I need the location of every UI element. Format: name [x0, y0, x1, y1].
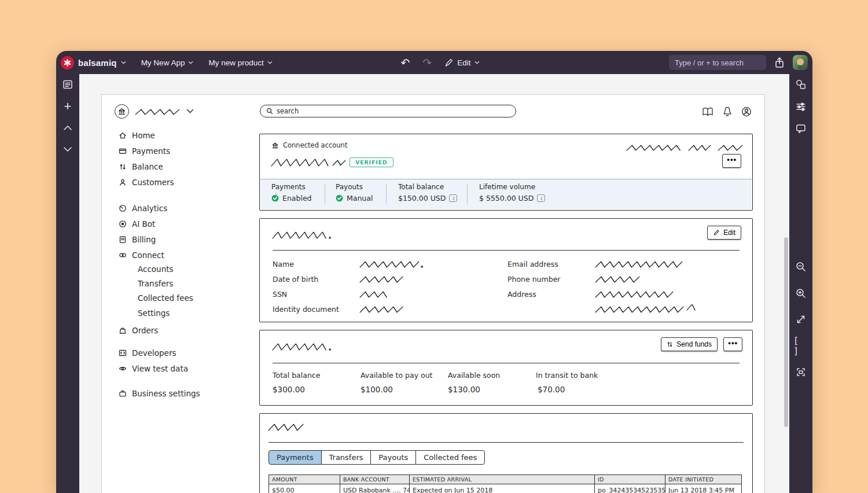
field-value-squiggle — [595, 306, 683, 313]
info-icon[interactable]: i — [537, 194, 545, 202]
field-label: Date of birth — [273, 275, 318, 284]
sidebar-item-billing[interactable]: Billing — [118, 233, 156, 246]
field-label: Name — [273, 260, 294, 268]
edit-menu-label: Edit — [457, 58, 470, 67]
edit-menu[interactable]: Edit — [444, 58, 479, 67]
activity-card: Payments Transfers Payouts Collected fee… — [259, 413, 753, 493]
account-overflow-menu-button[interactable]: ••• — [722, 154, 741, 168]
balsamiq-menu[interactable]: balsamiq — [61, 56, 126, 69]
sidebar-item-orders[interactable]: Orders — [118, 323, 158, 337]
sidebar-item-transfers[interactable]: Transfers — [138, 277, 173, 290]
send-funds-button[interactable]: Send funds — [661, 337, 718, 351]
field-value-squiggle — [595, 261, 682, 268]
sidebar-item-business-settings[interactable]: Business settings — [118, 387, 200, 400]
edit-profile-button[interactable]: Edit — [707, 226, 741, 240]
canvas-scrollbar[interactable] — [784, 237, 788, 427]
properties-sliders-icon[interactable] — [793, 99, 808, 114]
redo-button[interactable]: ↷ — [422, 57, 432, 68]
sidebar-item-accounts[interactable]: Accounts — [138, 262, 174, 276]
payments-table: AMOUNT BANK ACCOUNT ESTIMATED ARRIVAL ID… — [269, 474, 742, 493]
chevron-down-icon[interactable] — [186, 109, 194, 113]
field-value-squiggle — [687, 304, 696, 311]
sidebar-item-settings[interactable]: Settings — [138, 306, 170, 320]
right-tool-rail: [ ] — [789, 74, 812, 493]
account-person-icon[interactable] — [740, 105, 753, 118]
sidebar-item-view-test-data[interactable]: View test data — [118, 362, 188, 376]
up-down-arrows-icon — [118, 163, 127, 171]
activity-tabs: Payments Transfers Payouts Collected fee… — [269, 450, 485, 465]
comments-icon[interactable] — [793, 121, 808, 136]
account-name-squiggle — [271, 159, 329, 167]
expand-fullscreen-icon[interactable] — [793, 312, 808, 327]
left-tool-rail: + — [56, 74, 79, 493]
topbar-left: balsamiq My New App My new product — [61, 56, 273, 69]
sidebar-item-balance[interactable]: Balance — [118, 160, 163, 174]
chevron-up-icon[interactable] — [60, 120, 75, 135]
sidebar-item-label: Business settings — [132, 389, 200, 398]
notifications-bell-icon[interactable] — [721, 105, 734, 118]
brackets-icon[interactable]: [ ] — [793, 339, 808, 354]
chevron-down-icon[interactable] — [60, 142, 75, 157]
zoom-in-icon[interactable] — [793, 286, 808, 301]
sidebar-item-label: View test data — [132, 364, 188, 373]
sidebar-item-payments[interactable]: Payments — [118, 144, 170, 158]
balance-card: Send funds ••• Total balance $300.00 Ava… — [259, 330, 753, 406]
sidebar-item-developers[interactable]: Developers — [118, 346, 176, 360]
brand-label: balsamiq — [78, 58, 117, 68]
topbar-center: ↶ ↷ Edit — [400, 57, 479, 68]
info-icon[interactable]: i — [449, 194, 457, 202]
page-menu[interactable]: My new product — [208, 58, 272, 67]
page-menu-label: My new product — [208, 58, 263, 67]
sidebar-item-analytics[interactable]: Analytics — [118, 201, 167, 215]
profile-details-card: Edit Name Date of birth SSN Identity doc… — [259, 218, 753, 322]
sidebar-item-customers[interactable]: Customers — [118, 175, 174, 189]
project-menu[interactable]: My New App — [141, 58, 194, 67]
tab-transfers[interactable]: Transfers — [321, 450, 372, 465]
topbar-right: Type / or + to search — [669, 55, 808, 70]
table-row[interactable]: $50.00 USD Rabobank .... 741 Expected on… — [269, 484, 741, 493]
balance-stat-value: $130.00 — [448, 385, 480, 394]
connected-account-header: Connected account — [271, 141, 347, 149]
up-down-arrows-icon — [667, 341, 673, 348]
cell-date-initiated: Jun 13 2018 3:45 PM — [665, 484, 741, 493]
pencil-icon — [444, 58, 454, 67]
balance-overflow-menu-button[interactable]: ••• — [723, 337, 742, 351]
stat-lifetime-volume: Lifetime volume $ 5550.00 USD i — [479, 183, 545, 203]
ui-elements-icon[interactable] — [793, 77, 808, 92]
ui-library-panel-icon[interactable] — [60, 77, 75, 92]
undo-button[interactable]: ↶ — [400, 57, 410, 68]
account-meta-squiggles — [627, 142, 742, 153]
tab-payouts[interactable]: Payouts — [370, 450, 416, 465]
user-avatar[interactable] — [793, 55, 808, 70]
sidebar-item-label: Developers — [132, 348, 176, 358]
tab-collected-fees[interactable]: Collected fees — [415, 450, 485, 465]
tab-payments[interactable]: Payments — [269, 450, 322, 465]
share-icon[interactable] — [774, 57, 785, 68]
table-header-amount: AMOUNT — [269, 475, 340, 484]
project-menu-label: My New App — [141, 58, 185, 67]
sidebar-item-label: Home — [132, 131, 155, 140]
cell-estimated-arrival: Expected on Jun 15 2018 — [410, 484, 595, 493]
mockup-logo-icon[interactable] — [115, 104, 129, 119]
credit-card-icon — [118, 147, 127, 156]
editor-canvas[interactable]: search Home Payments Balance — [79, 74, 789, 493]
zoom-out-icon[interactable] — [793, 259, 808, 274]
connected-account-title: Connected account — [283, 141, 347, 149]
gauge-icon — [118, 204, 127, 213]
sidebar-item-connect[interactable]: Connect — [118, 248, 164, 262]
quick-search-input[interactable]: Type / or + to search — [669, 55, 766, 70]
card-title-squiggle — [269, 424, 303, 431]
field-label: SSN — [273, 290, 287, 299]
balsamiq-logo-icon — [61, 56, 74, 69]
mockup-search-input[interactable]: search — [260, 105, 516, 117]
table-header-estimated-arrival: ESTIMATED ARRIVAL — [410, 475, 595, 484]
placeholder-squiggle — [689, 145, 711, 151]
verified-badge: VERIFIED — [350, 157, 393, 167]
sidebar-item-ai-bot[interactable]: AI Bot — [118, 217, 155, 231]
sidebar-item-collected-fees[interactable]: Collected fees — [138, 291, 193, 305]
table-header-bank-account: BANK ACCOUNT — [340, 475, 410, 484]
fit-to-screen-icon[interactable] — [793, 365, 808, 380]
add-element-button[interactable]: + — [60, 99, 75, 114]
sidebar-item-home[interactable]: Home — [118, 128, 155, 142]
docs-book-icon[interactable] — [701, 105, 714, 118]
